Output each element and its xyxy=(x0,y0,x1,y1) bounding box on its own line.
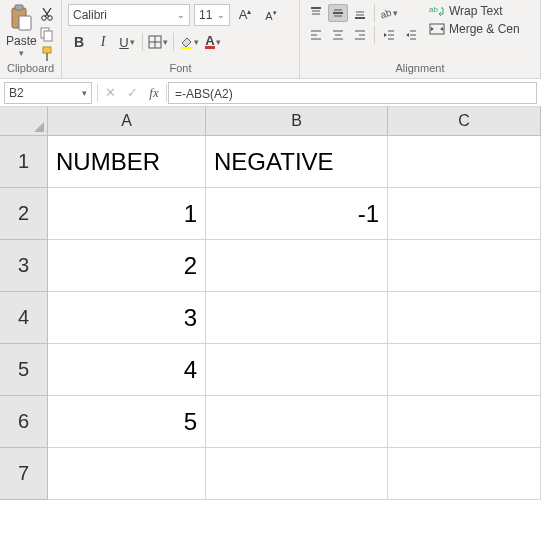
cut-button[interactable] xyxy=(39,6,55,22)
align-bottom-button[interactable] xyxy=(350,4,370,22)
font-color-button[interactable]: A ▾ xyxy=(202,32,224,52)
chevron-down-icon: ⌄ xyxy=(177,10,185,20)
align-right-icon xyxy=(353,28,367,42)
orientation-icon: ab xyxy=(380,7,392,19)
underline-icon: U xyxy=(119,35,128,50)
cell-B7[interactable] xyxy=(206,448,388,500)
enter-formula-button[interactable]: ✓ xyxy=(122,85,142,100)
separator xyxy=(374,4,375,22)
font-group: Calibri ⌄ 11 ⌄ A▴ A▾ B I xyxy=(62,0,300,78)
separator xyxy=(166,84,167,102)
paste-icon xyxy=(9,4,33,32)
row-header[interactable]: 7 xyxy=(0,448,48,500)
bold-button[interactable]: B xyxy=(68,32,90,52)
svg-text:ab: ab xyxy=(380,7,392,19)
cut-icon xyxy=(39,6,55,22)
cell-A4[interactable]: 3 xyxy=(48,292,206,344)
wrap-text-label: Wrap Text xyxy=(449,4,503,18)
align-middle-button[interactable] xyxy=(328,4,348,22)
svg-rect-8 xyxy=(46,53,48,61)
increase-indent-button[interactable] xyxy=(401,26,421,44)
chevron-down-icon: ▾ xyxy=(130,37,135,47)
worksheet-grid: 1 2 3 4 5 6 7 NUMBER NEGATIVE 1 -1 2 3 4 xyxy=(0,136,541,500)
merge-center-button[interactable]: Merge & Cen xyxy=(429,22,520,36)
row-header[interactable]: 3 xyxy=(0,240,48,292)
format-painter-button[interactable] xyxy=(39,46,55,62)
cancel-formula-button[interactable]: ✕ xyxy=(100,85,120,100)
decrease-indent-button[interactable] xyxy=(379,26,399,44)
font-size-selector[interactable]: 11 ⌄ xyxy=(194,4,230,26)
row-header[interactable]: 4 xyxy=(0,292,48,344)
cell-A3[interactable]: 2 xyxy=(48,240,206,292)
chevron-down-icon: ▾ xyxy=(19,48,24,58)
cell-B5[interactable] xyxy=(206,344,388,396)
cell-A2[interactable]: 1 xyxy=(48,188,206,240)
font-name-value: Calibri xyxy=(73,8,107,22)
decrease-font-button[interactable]: A▾ xyxy=(260,5,282,25)
copy-icon xyxy=(39,26,55,42)
align-top-icon xyxy=(309,6,323,20)
orientation-button[interactable]: ab▾ xyxy=(379,4,399,22)
column-header[interactable]: A xyxy=(48,107,206,136)
svg-rect-12 xyxy=(181,47,192,49)
underline-button[interactable]: U▾ xyxy=(116,32,138,52)
paste-button[interactable]: Paste ▾ xyxy=(6,4,37,58)
row-header[interactable]: 5 xyxy=(0,344,48,396)
cell-reference: B2 xyxy=(9,86,24,100)
ribbon: Paste ▾ xyxy=(0,0,541,79)
cell-C4[interactable] xyxy=(388,292,541,344)
align-center-button[interactable] xyxy=(328,26,348,44)
select-all-corner[interactable] xyxy=(0,107,48,136)
align-right-button[interactable] xyxy=(350,26,370,44)
row-header[interactable]: 2 xyxy=(0,188,48,240)
align-left-button[interactable] xyxy=(306,26,326,44)
fill-color-icon xyxy=(179,35,193,49)
decrease-font-icon: A▾ xyxy=(265,9,276,22)
wrap-text-button[interactable]: ab Wrap Text xyxy=(429,4,520,18)
align-top-button[interactable] xyxy=(306,4,326,22)
font-name-selector[interactable]: Calibri ⌄ xyxy=(68,4,190,26)
name-box[interactable]: B2 ▾ xyxy=(4,82,92,104)
cell-B1[interactable]: NEGATIVE xyxy=(206,136,388,188)
borders-button[interactable]: ▾ xyxy=(147,32,169,52)
font-color-icon: A xyxy=(205,36,214,49)
separator xyxy=(97,84,98,102)
cell-C2[interactable] xyxy=(388,188,541,240)
align-center-icon xyxy=(331,28,345,42)
column-header[interactable]: B xyxy=(206,107,388,136)
align-left-icon xyxy=(309,28,323,42)
italic-button[interactable]: I xyxy=(92,32,114,52)
cell-A6[interactable]: 5 xyxy=(48,396,206,448)
cell-B3[interactable] xyxy=(206,240,388,292)
copy-button[interactable] xyxy=(39,26,55,42)
chevron-down-icon: ⌄ xyxy=(217,10,225,20)
cell-C1[interactable] xyxy=(388,136,541,188)
row-header[interactable]: 6 xyxy=(0,396,48,448)
borders-icon xyxy=(148,35,162,49)
cell-B2[interactable]: -1 xyxy=(206,188,388,240)
font-label: Font xyxy=(68,62,293,76)
formula-input[interactable]: =-ABS(A2) xyxy=(168,82,537,104)
increase-indent-icon xyxy=(404,28,418,42)
formula-bar: B2 ▾ ✕ ✓ fx =-ABS(A2) xyxy=(0,79,541,107)
svg-text:ab: ab xyxy=(429,5,438,14)
cell-C3[interactable] xyxy=(388,240,541,292)
cell-B6[interactable] xyxy=(206,396,388,448)
cell-A7[interactable] xyxy=(48,448,206,500)
fill-color-button[interactable]: ▾ xyxy=(178,32,200,52)
row-header[interactable]: 1 xyxy=(0,136,48,188)
cell-C6[interactable] xyxy=(388,396,541,448)
cell-B4[interactable] xyxy=(206,292,388,344)
cell-A1[interactable]: NUMBER xyxy=(48,136,206,188)
cell-A5[interactable]: 4 xyxy=(48,344,206,396)
svg-rect-1 xyxy=(15,5,23,10)
column-header[interactable]: C xyxy=(388,107,541,136)
cell-C5[interactable] xyxy=(388,344,541,396)
align-middle-icon xyxy=(331,6,345,20)
chevron-down-icon: ▾ xyxy=(393,8,398,18)
insert-function-button[interactable]: fx xyxy=(144,85,164,101)
clipboard-label: Clipboard xyxy=(6,62,55,76)
cell-C7[interactable] xyxy=(388,448,541,500)
merge-center-label: Merge & Cen xyxy=(449,22,520,36)
increase-font-button[interactable]: A▴ xyxy=(234,5,256,25)
